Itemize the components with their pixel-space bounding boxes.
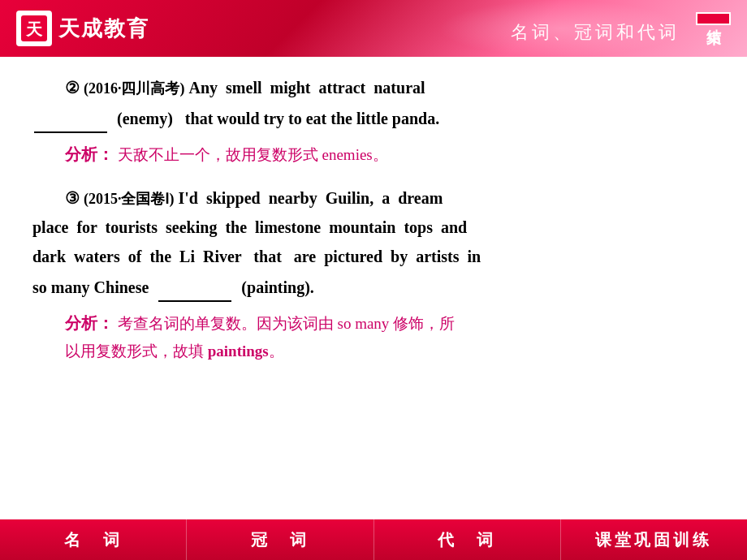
q3-number: ③ xyxy=(65,189,80,207)
q2-source: (2016·四川高考) xyxy=(84,80,185,97)
header: 天 天成教育 名词、冠词和代词 结束 xyxy=(0,0,747,57)
q2-text-part1: Any smell might attract natural xyxy=(189,79,425,97)
q3-analysis-text2: 以用复数形式，故填 paintings。 xyxy=(65,342,284,360)
q3-analysis-text: 考查名词的单复数。因为该词由 so many 修饰，所 xyxy=(118,315,455,332)
q3-text-part1: I'd skipped nearby Guilin, a dream xyxy=(179,189,443,207)
q2-analysis-text: 天敌不止一个，故用复数形式 enemies。 xyxy=(118,146,388,163)
footer: 名 词 冠 词 代 词 课堂巩固训练 xyxy=(0,519,747,560)
q2-text-line2: (enemy) that would try to eat the little… xyxy=(32,102,715,133)
logo-text: 天成教育 xyxy=(58,15,149,43)
q3-text-before-blank: so many Chinese xyxy=(32,278,153,296)
header-right: 名词、冠词和代词 结束 xyxy=(511,12,731,45)
tab-nouns[interactable]: 名 词 xyxy=(0,519,187,560)
question-2: ② (2016·四川高考) Any smell might attract na… xyxy=(32,73,715,169)
tab-practice[interactable]: 课堂巩固训练 xyxy=(561,519,747,560)
end-button[interactable]: 结束 xyxy=(696,12,731,25)
q2-text-line1: ② (2016·四川高考) Any smell might attract na… xyxy=(32,73,715,102)
main-content: ② (2016·四川高考) Any smell might attract na… xyxy=(0,57,747,528)
q3-text-line2: place for tourists seeking the limestone… xyxy=(32,213,715,242)
logo-icon: 天 xyxy=(16,11,52,46)
q2-blank xyxy=(34,102,107,133)
q3-source: (2015·全国卷Ⅰ) xyxy=(84,191,175,207)
q2-number: ② xyxy=(65,79,80,97)
q3-analysis-label: 分析： xyxy=(65,314,114,332)
q2-text-part2: (enemy) that would try to eat the little… xyxy=(113,110,439,127)
q3-analysis: 分析： 考查名词的单复数。因为该词由 so many 修饰，所 xyxy=(65,308,715,338)
q3-text-line1: ③ (2015·全国卷Ⅰ) I'd skipped nearby Guilin,… xyxy=(32,183,715,213)
question-3: ③ (2015·全国卷Ⅰ) I'd skipped nearby Guilin,… xyxy=(32,183,715,365)
q3-text-after-blank: (painting). xyxy=(237,278,313,296)
q3-blank xyxy=(158,271,231,302)
svg-text:天: 天 xyxy=(25,20,43,38)
tab-pronouns[interactable]: 代 词 xyxy=(374,519,561,560)
q3-analysis-line2: 以用复数形式，故填 paintings。 xyxy=(65,338,715,365)
tab-articles[interactable]: 冠 词 xyxy=(187,519,374,560)
logo-area: 天 天成教育 xyxy=(16,11,149,46)
q2-analysis-label: 分析： xyxy=(65,145,114,163)
q3-text-line3: dark waters of the Li River that are pic… xyxy=(32,242,715,271)
q3-text-line4: so many Chinese (painting). xyxy=(32,271,715,302)
q2-analysis: 分析： 天敌不止一个，故用复数形式 enemies。 xyxy=(65,140,715,169)
header-title: 名词、冠词和代词 xyxy=(511,20,680,45)
